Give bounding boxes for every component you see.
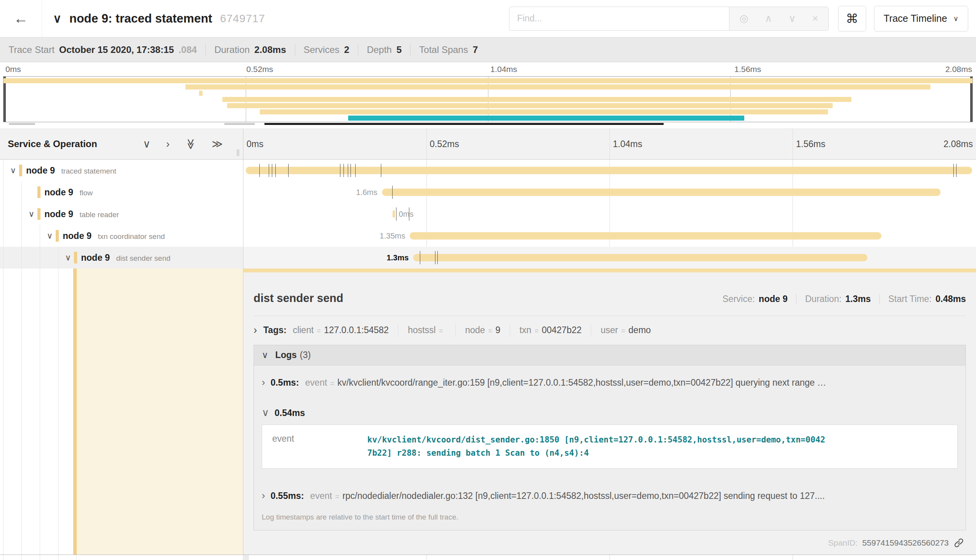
equals-sign: = — [335, 493, 340, 500]
log-entry-collapsed[interactable]: ›0.5ms:event=kv/kvclient/kvcoord/range_i… — [254, 365, 965, 398]
log-timestamp: 0.54ms — [275, 408, 305, 418]
equals-sign: = — [621, 327, 625, 335]
service-operation-header: Service & Operation ∨›≫≫ ‖ — [0, 129, 243, 159]
span-row-batch-node9[interactable]: node 9/cockroach.roachpb.I…1.22ms — [0, 555, 976, 560]
span-row-track-flow[interactable]: 1.6ms — [243, 181, 976, 203]
minimap-mark — [9, 123, 35, 125]
span-row-name-batch-node9[interactable]: node 9/cockroach.roachpb.I… — [0, 555, 243, 560]
minimap-canvas[interactable] — [3, 76, 973, 122]
clear-search-icon[interactable]: × — [812, 12, 818, 25]
summary-value: 2.08ms — [254, 44, 286, 55]
span-row-name-flow[interactable]: node 9flow — [0, 181, 243, 203]
log-entry-collapsed[interactable]: ›0.55ms:event=rpc/nodedialer/nodedialer.… — [254, 479, 965, 511]
minimap-tick-label: 1.56ms — [735, 65, 761, 74]
service-name: node 9 — [63, 231, 92, 241]
span-bars-area: 1.35ms — [246, 225, 972, 247]
indent-guide — [21, 247, 22, 269]
operation-name: txn coordinator send — [98, 232, 165, 241]
span-row-name-dist-sender-send[interactable]: ∨node 9dist sender send — [0, 247, 243, 269]
keyboard-shortcuts-button[interactable]: ⌘ — [838, 6, 866, 32]
span-rows-bottom: node 9/cockroach.roachpb.I…1.22msnode 4/… — [0, 555, 976, 560]
expand-one-icon[interactable]: › — [166, 139, 169, 149]
indent-guide — [40, 225, 40, 247]
service-color-chip — [56, 230, 59, 242]
span-row-table-reader[interactable]: ∨node 9table reader0ms — [0, 203, 976, 225]
chevron-down-icon[interactable]: ∨ — [47, 231, 53, 241]
log-marker-tick — [351, 164, 351, 177]
span-row-name-table-reader[interactable]: ∨node 9table reader — [0, 203, 243, 225]
chevron-down-icon[interactable]: ∨ — [28, 209, 34, 219]
equals-sign: = — [534, 327, 539, 335]
log-marker-tick — [344, 164, 344, 177]
trace-collapse-icon[interactable]: ∨ — [53, 12, 62, 25]
span-bar-txn-coordinator-send[interactable] — [410, 232, 881, 240]
minimap-left-handle[interactable] — [4, 77, 6, 122]
view-select-button[interactable]: Trace Timeline ∨ — [874, 6, 968, 32]
span-row-track-traced-statement[interactable] — [243, 160, 976, 181]
chevron-down-icon[interactable]: ∨ — [65, 253, 71, 262]
log-field-key: event — [310, 491, 332, 501]
tag-key: hostssl — [408, 325, 436, 335]
minimap-span-batch-node4 — [348, 116, 744, 121]
tag-item-node: node=9 — [465, 325, 500, 335]
span-row-labels: node 9flow — [44, 187, 93, 198]
span-detail-row: dist sender send Service:node 9Duration:… — [0, 269, 976, 555]
deep-link-icon[interactable] — [953, 537, 964, 548]
log-marker-tick — [420, 251, 420, 264]
summary-value: October 15 2020, 17:38:15 — [59, 44, 174, 55]
span-row-labels: node 9dist sender send — [81, 253, 171, 263]
logs-count: (3) — [300, 350, 311, 360]
span-id-row: SpanID: 5597415943526560273 — [255, 537, 964, 548]
chevron-down-icon: ∨ — [262, 350, 268, 360]
back-button[interactable]: ← — [0, 0, 42, 37]
chevron-right-icon: › — [254, 325, 257, 335]
service-name: node 9 — [44, 187, 73, 198]
operation-name: flow — [79, 189, 93, 197]
chevron-down-icon: ∨ — [262, 407, 269, 418]
span-bar-table-reader[interactable] — [393, 211, 395, 218]
tag-separator — [591, 324, 591, 336]
span-row-name-txn-coordinator-send[interactable]: ∨node 9txn coordinator send — [0, 225, 243, 247]
find-area: ◎∧∨× ⌘ Trace Timeline ∨ — [509, 6, 968, 32]
span-row-dist-sender-send[interactable]: ∨node 9dist sender send1.3ms — [0, 247, 976, 269]
tags-accordion[interactable]: › Tags: client=127.0.0.1:54582hostssl=no… — [254, 324, 966, 336]
next-result-icon[interactable]: ∨ — [789, 12, 796, 25]
summary-item: Duration2.08ms — [214, 44, 286, 55]
span-row-traced-statement[interactable]: ∨node 9traced statement — [0, 160, 976, 181]
equals-sign: = — [488, 327, 492, 335]
column-resizer-handle[interactable]: ‖ — [236, 147, 240, 158]
expand-all-icon[interactable]: ≫ — [212, 139, 223, 149]
span-row-track-dist-sender-send[interactable]: 1.3ms — [243, 247, 976, 269]
log-entry-expanded-header[interactable]: ∨0.54ms — [254, 398, 965, 425]
span-bar-dist-sender-send[interactable] — [413, 254, 867, 262]
scrollbar[interactable] — [244, 555, 249, 560]
find-input[interactable] — [509, 7, 729, 31]
span-row-track-batch-node9[interactable]: 1.22ms — [243, 555, 976, 560]
service-name: node 9 — [81, 253, 110, 263]
prev-result-icon[interactable]: ∧ — [765, 12, 772, 25]
meta-separator — [796, 294, 796, 304]
logs-header[interactable]: ∨ Logs (3) — [254, 345, 965, 365]
indent-guide — [3, 555, 4, 560]
span-row-track-table-reader[interactable]: 0ms — [243, 203, 976, 225]
log-marker-tick — [340, 164, 340, 177]
chevron-down-icon[interactable]: ∨ — [10, 166, 16, 175]
trace-minimap[interactable]: 0ms0.52ms1.04ms1.56ms2.08ms — [0, 62, 976, 128]
log-marker-tick — [259, 164, 260, 177]
span-bar-flow[interactable] — [382, 189, 941, 196]
minimap-span-traced-statement — [4, 78, 972, 83]
title-wrap: ∨ node 9: traced statement 6749717 — [42, 12, 509, 26]
span-row-track-txn-coordinator-send[interactable]: 1.35ms — [243, 225, 976, 247]
match-case-icon[interactable]: ◎ — [740, 12, 749, 25]
collapse-one-icon[interactable]: ∨ — [143, 139, 151, 149]
span-row-txn-coordinator-send[interactable]: ∨node 9txn coordinator send1.35ms — [0, 225, 976, 247]
detail-title-row: dist sender send Service:node 9Duration:… — [254, 292, 966, 305]
collapse-all-icon[interactable]: ≫ — [185, 139, 196, 149]
log-marker-tick — [348, 164, 348, 177]
indent-guide — [3, 269, 4, 555]
summary-separator — [295, 44, 295, 56]
span-row-flow[interactable]: node 9flow1.6ms — [0, 181, 976, 203]
tag-value: 127.0.0.1:54582 — [324, 325, 389, 335]
minimap-right-handle[interactable] — [970, 77, 972, 122]
span-row-name-traced-statement[interactable]: ∨node 9traced statement — [0, 160, 243, 181]
